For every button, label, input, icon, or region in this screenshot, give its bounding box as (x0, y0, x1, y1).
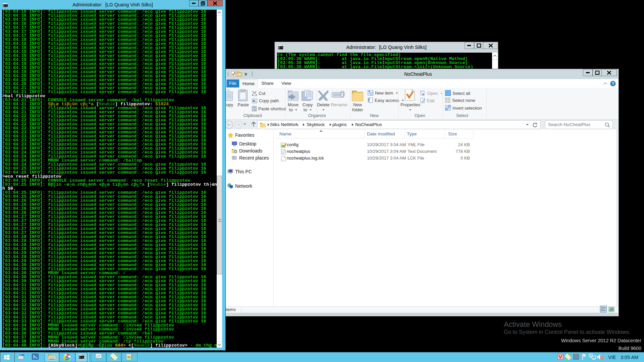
svg-text:?: ? (612, 81, 614, 86)
svg-text:C:\_: C:\_ (79, 356, 84, 359)
svg-text:?: ? (590, 354, 591, 356)
